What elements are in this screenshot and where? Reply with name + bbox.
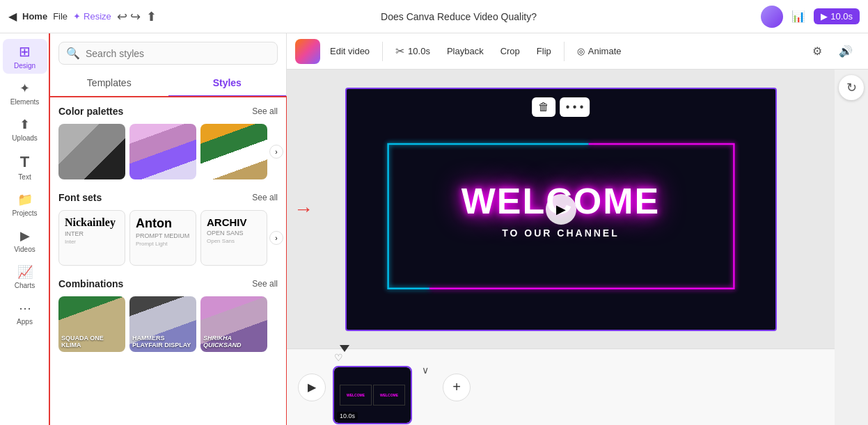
tab-styles[interactable]: Styles <box>168 70 287 97</box>
resize-icon: ✦ <box>73 11 81 22</box>
projects-icon: 📁 <box>17 192 33 207</box>
present-button[interactable]: ▶ 10.0s <box>814 8 860 24</box>
color-palettes-see-all[interactable]: See all <box>252 106 278 116</box>
delete-button[interactable]: 🗑 <box>532 97 555 117</box>
flip-label: Flip <box>537 46 551 56</box>
home-label[interactable]: Home <box>22 11 47 22</box>
sidebar-item-projects[interactable]: 📁 Projects <box>3 188 47 221</box>
canvas-wrap: → 🗑 • • • <box>287 70 835 348</box>
playback-button[interactable]: Playback <box>440 42 491 61</box>
combo-item-squada[interactable]: SQUADA ONEKlima <box>58 296 125 352</box>
track-duration-label: 10.0s <box>337 412 358 420</box>
combinations-see-all[interactable]: See all <box>252 279 278 289</box>
panel-tabs: Templates Styles <box>50 70 286 97</box>
avatar[interactable] <box>761 6 783 28</box>
font-sets-row: Nickainley INTER Inter Anton Prompt Medi… <box>58 210 278 266</box>
sidebar-item-videos-label: Videos <box>14 246 35 253</box>
sidebar-item-design[interactable]: ⊞ Design <box>3 39 47 74</box>
crop-label: Crop <box>500 46 520 56</box>
toolbar-strip: Edit video ✂ 10.0s Playback Crop Flip ◎ … <box>287 33 868 70</box>
settings-button[interactable]: ⚙ <box>805 40 829 62</box>
combo-text-2: HAMMERSPlayfair Display <box>132 335 191 349</box>
sidebar-item-design-label: Design <box>14 62 35 70</box>
red-arrow-indicator: → <box>294 198 313 220</box>
fonts-next-arrow[interactable]: › <box>269 231 283 245</box>
sidebar-item-uploads-label: Uploads <box>12 134 38 142</box>
video-canvas[interactable]: 🗑 • • • <box>345 88 777 331</box>
timeline-scrubber[interactable] <box>340 345 349 352</box>
file-label[interactable]: File <box>53 11 68 22</box>
font-set-anton[interactable]: Anton Prompt Medium Prompt Light <box>129 210 196 266</box>
more-options-button[interactable]: • • • <box>560 97 590 117</box>
apps-icon: ⋯ <box>19 300 31 316</box>
undo-button[interactable]: ↩ <box>117 9 127 24</box>
playback-label: Playback <box>447 46 484 56</box>
duration-label: 10.0s <box>408 46 430 56</box>
sidebar-item-apps[interactable]: ⋯ Apps <box>3 296 47 330</box>
font-set-sub2-2: Prompt Light <box>136 241 190 247</box>
palette-item-green[interactable] <box>200 124 267 179</box>
font-sets-see-all[interactable]: See all <box>252 193 278 202</box>
font-sets-title: Font sets <box>58 192 102 203</box>
sidebar-item-apps-label: Apps <box>17 318 33 326</box>
refresh-icon: ↻ <box>846 80 857 95</box>
video-play-button[interactable]: ▶ <box>546 194 576 225</box>
topbar-left: ◀ Home File ✦ Resize ↩ ↪ ⬆ <box>8 9 157 24</box>
color-swatch[interactable] <box>295 39 320 64</box>
combo-item-shrikha[interactable]: ShrikhaQuicksand <box>200 296 267 352</box>
timeline-play-button[interactable]: ▶ <box>298 374 326 401</box>
design-icon: ⊞ <box>19 43 31 60</box>
font-set-archiv[interactable]: ARCHIV OPEN SANS Open Sans <box>200 210 267 266</box>
animate-icon: ◎ <box>577 46 585 56</box>
panel-body: Color palettes See all › Font sets See a… <box>50 97 286 425</box>
search-bar: 🔍 <box>50 33 286 70</box>
charts-icon: 📈 <box>17 264 33 280</box>
font-set-nickainley[interactable]: Nickainley INTER Inter <box>58 210 125 266</box>
favorite-button[interactable]: ♡ <box>334 352 411 363</box>
timeline-collapse-button[interactable]: ∨ <box>422 364 429 376</box>
videos-icon: ▶ <box>20 228 30 243</box>
sidebar-item-text[interactable]: T Text <box>3 149 47 185</box>
document-title: Does Canva Reduce Video Quality? <box>381 11 537 22</box>
sidebar-item-charts[interactable]: 📈 Charts <box>3 260 47 294</box>
timeline-track-1[interactable]: WELCOME WELCOME 10.0s <box>334 367 411 423</box>
edit-video-button[interactable]: Edit video <box>323 42 377 61</box>
back-button[interactable]: ◀ <box>8 10 17 23</box>
sidebar-item-elements[interactable]: ✦ Elements <box>3 77 47 110</box>
elements-icon: ✦ <box>19 81 30 96</box>
resize-button[interactable]: ✦ Resize <box>73 11 111 22</box>
font-set-sub2-1: Inter <box>65 239 119 245</box>
sidebar-item-charts-label: Charts <box>15 282 35 289</box>
cloud-save-button[interactable]: ⬆ <box>146 9 157 24</box>
palette-item-pink[interactable] <box>129 124 196 179</box>
settings-icon: ⚙ <box>812 45 822 58</box>
timeline-tracks: WELCOME WELCOME 10.0s <box>334 367 411 423</box>
play-icon: ▶ <box>821 11 828 22</box>
combo-text-1: SQUADA ONEKlima <box>61 335 104 349</box>
palette-item-gray[interactable] <box>58 124 125 179</box>
refresh-button[interactable]: ↻ <box>839 75 864 100</box>
font-set-sub-1: INTER <box>65 230 119 237</box>
palettes-next-arrow[interactable]: › <box>269 145 283 159</box>
scissors-button[interactable]: ✂ 10.0s <box>388 40 437 62</box>
redo-button[interactable]: ↪ <box>130 9 141 24</box>
search-input[interactable] <box>86 48 270 59</box>
channel-subtitle: TO OUR CHANNEL <box>502 227 620 239</box>
analytics-icon[interactable]: 📊 <box>789 7 808 26</box>
crop-button[interactable]: Crop <box>494 42 527 61</box>
combo-item-hammers[interactable]: HAMMERSPlayfair Display <box>129 296 196 352</box>
add-scene-button[interactable]: + <box>443 374 471 401</box>
sidebar-item-projects-label: Projects <box>12 209 37 217</box>
timeline: ▶ ♡ <box>287 348 835 425</box>
animate-button[interactable]: ◎ Animate <box>570 42 629 61</box>
combinations-title: Combinations <box>58 278 123 289</box>
more-icon: • • • <box>566 101 584 113</box>
volume-icon: 🔊 <box>839 45 853 58</box>
search-input-wrap: 🔍 <box>58 42 278 65</box>
topbar: ◀ Home File ✦ Resize ↩ ↪ ⬆ Does Canva Re… <box>0 0 868 33</box>
volume-button[interactable]: 🔊 <box>832 40 860 62</box>
sidebar-item-videos[interactable]: ▶ Videos <box>3 224 47 257</box>
flip-button[interactable]: Flip <box>530 42 558 61</box>
sidebar-item-uploads[interactable]: ⬆ Uploads <box>3 113 47 146</box>
tab-templates[interactable]: Templates <box>50 70 168 97</box>
